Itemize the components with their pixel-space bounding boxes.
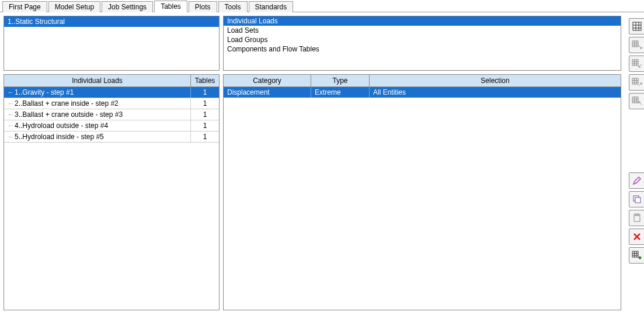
table-row[interactable]: Displacement Extreme All Entities (224, 87, 621, 98)
table-header: Category Type Selection (224, 75, 621, 87)
tab-label: Tables (161, 2, 181, 11)
tab-job-settings[interactable]: Job Settings (102, 1, 153, 12)
col-header-tables: Tables (191, 75, 219, 86)
list-item-label: Components and Flow Tables (227, 45, 319, 53)
svg-rect-10 (632, 60, 638, 65)
grid-arrow3-button[interactable] (629, 74, 644, 91)
list-item-label: Load Sets (227, 26, 259, 34)
grid-arrow1-icon (632, 40, 642, 50)
grid-sparkle-icon (632, 251, 642, 260)
tab-label: Plots (195, 3, 211, 11)
cell-label: 3..Ballast + crane outside - step #3 (4, 109, 191, 120)
grid-arrow2-button[interactable] (629, 56, 644, 72)
table-header: Individual Loads Tables (4, 75, 219, 87)
tab-label: Job Settings (108, 3, 147, 11)
loads-table[interactable]: Individual Loads Tables 1..Gravity - ste… (4, 74, 220, 310)
list-item[interactable]: 1..Static Structural (4, 16, 219, 27)
side-toolbar (625, 16, 644, 310)
paste-button[interactable] (629, 210, 644, 226)
svg-rect-28 (635, 214, 639, 216)
cell-count: 1 (191, 87, 219, 98)
list-item[interactable]: Load Sets (224, 26, 621, 35)
list-item[interactable]: Individual Loads (224, 16, 621, 26)
col-header-selection: Selection (370, 75, 621, 86)
tab-first-page[interactable]: First Page (2, 1, 47, 12)
cell-label: 1..Gravity - step #1 (4, 87, 191, 98)
svg-rect-20 (632, 97, 638, 103)
cell-label: 4..Hydroload outside - step #4 (4, 120, 191, 131)
col-header-category: Category (224, 75, 311, 86)
grid-icon (632, 22, 642, 31)
delete-button[interactable] (629, 229, 644, 245)
cell-count: 1 (191, 109, 219, 120)
list-item-label: 1..Static Structural (8, 18, 65, 26)
svg-rect-15 (632, 78, 638, 84)
grid-sparkle-button[interactable] (629, 247, 644, 264)
tab-standards[interactable]: Standards (249, 1, 294, 12)
col-header-type: Type (311, 75, 370, 86)
details-table[interactable]: Category Type Selection Displacement Ext… (223, 74, 621, 310)
grid-arrow2-icon (632, 59, 642, 68)
list-item[interactable]: Components and Flow Tables (224, 44, 621, 54)
list-item-label: Load Groups (227, 36, 267, 44)
svg-rect-0 (633, 22, 641, 30)
table-row[interactable]: 2..Ballast + crane inside - step #2 1 (4, 98, 219, 109)
tab-label: Model Setup (55, 3, 94, 11)
tab-tables[interactable]: Tables (154, 1, 187, 12)
copy-button[interactable] (629, 191, 644, 207)
delete-icon (633, 233, 641, 241)
tab-model-setup[interactable]: Model Setup (48, 1, 100, 12)
cell-label: 2..Ballast + crane inside - step #2 (4, 98, 191, 109)
list-item[interactable]: Load Groups (224, 35, 621, 44)
cell-type: Extreme (311, 87, 370, 98)
paste-icon (632, 213, 642, 223)
table-row[interactable]: 4..Hydroload outside - step #4 1 (4, 120, 219, 131)
svg-rect-5 (632, 41, 638, 47)
tab-label: Tools (225, 3, 241, 11)
analysis-list[interactable]: 1..Static Structural (4, 16, 220, 71)
grid-arrow4-button[interactable] (629, 93, 644, 109)
col-header-loads: Individual Loads (4, 75, 191, 86)
tab-label: First Page (9, 3, 41, 11)
cell-count: 1 (191, 120, 219, 131)
tab-plots[interactable]: Plots (189, 1, 217, 12)
svg-point-34 (639, 257, 642, 259)
grid-arrow1-button[interactable] (629, 37, 644, 53)
tab-strip: First Page Model Setup Job Settings Tabl… (0, 0, 644, 12)
tab-tools[interactable]: Tools (218, 1, 248, 12)
grid-arrow3-icon (632, 78, 642, 87)
edit-button[interactable] (629, 172, 644, 189)
list-item-label: Individual Loads (227, 17, 278, 25)
table-row[interactable]: 1..Gravity - step #1 1 (4, 87, 219, 98)
svg-rect-29 (632, 251, 638, 257)
pencil-icon (632, 176, 642, 185)
category-list[interactable]: Individual Loads Load Sets Load Groups C… (223, 16, 621, 71)
tab-label: Standards (255, 3, 287, 11)
grid-button[interactable] (629, 18, 644, 34)
grid-arrow4-icon (632, 96, 642, 106)
cell-category: Displacement (224, 87, 311, 98)
table-row[interactable]: 3..Ballast + crane outside - step #3 1 (4, 109, 219, 120)
cell-label: 5..Hydroload inside - step #5 (4, 131, 191, 142)
cell-selection: All Entities (370, 87, 621, 98)
svg-rect-26 (635, 198, 640, 203)
cell-count: 1 (191, 98, 219, 109)
table-row[interactable]: 5..Hydroload inside - step #5 1 (4, 131, 219, 143)
copy-icon (632, 195, 642, 204)
cell-count: 1 (191, 131, 219, 142)
